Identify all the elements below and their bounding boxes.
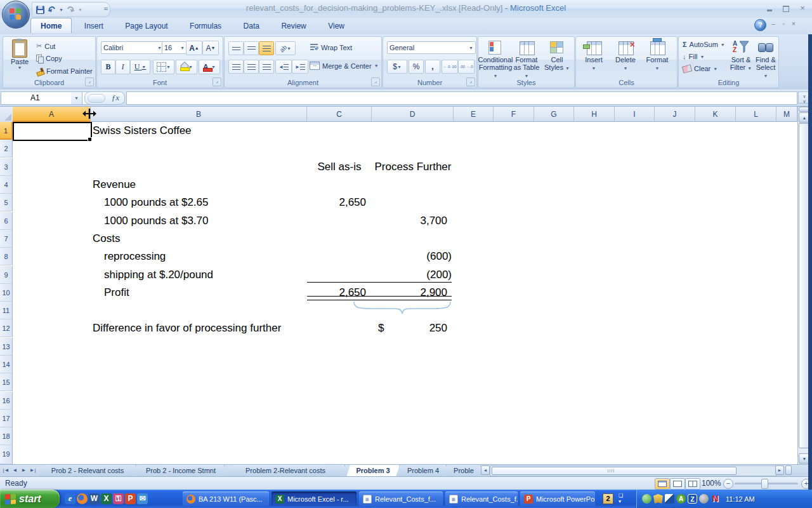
select-all-corner[interactable] [0, 107, 13, 123]
col-header-K[interactable]: K [695, 107, 736, 122]
row-header-18[interactable]: 18 [0, 427, 13, 445]
minimize-button[interactable] [763, 4, 776, 13]
col-header-G[interactable]: G [534, 107, 574, 122]
fill-button[interactable]: ↓ Fill▼ [683, 53, 705, 60]
tray-z-icon[interactable]: Z [688, 494, 697, 504]
row-header-16[interactable]: 16 [0, 392, 13, 410]
tray-shield-icon[interactable] [653, 494, 663, 504]
increase-indent-button[interactable]: ► [292, 60, 308, 74]
tab-split-handle[interactable] [785, 465, 792, 475]
save-icon[interactable] [36, 6, 44, 14]
prev-sheet-icon[interactable]: ◄ [11, 466, 19, 475]
sheet-tab-problem4[interactable]: Problem 4 [400, 465, 447, 477]
col-header-J[interactable]: J [655, 107, 695, 122]
quicklaunch-firefox-icon[interactable] [77, 493, 88, 504]
taskbar-window-powerpoint[interactable]: P Microsoft PowerPo... [520, 491, 595, 506]
cell-B9[interactable]: shipping at $.20/pound [104, 266, 213, 284]
col-header-A[interactable]: A [13, 107, 91, 122]
align-center-button[interactable] [244, 60, 259, 74]
row-header-9[interactable]: 9 [0, 266, 13, 284]
taskbar-window-firefox[interactable]: BA 213 W11 (Pasc... [183, 491, 269, 506]
next-sheet-icon[interactable]: ► [20, 466, 28, 475]
cell-B4[interactable]: Revenue [93, 176, 136, 194]
sheet-tab-prob2-income-stmnt[interactable]: Prob 2 - Income Stmnt [137, 465, 225, 477]
page-break-view-button[interactable] [685, 478, 700, 490]
page-layout-view-button[interactable] [670, 478, 685, 490]
row-header-5[interactable]: 5 [0, 194, 13, 211]
taskbar-window-doc1[interactable]: ≡ Relevant_Costs_f... [359, 491, 443, 506]
start-button[interactable]: start [0, 490, 60, 508]
horizontal-scroll-thumb[interactable] [492, 467, 737, 475]
tray-gray-icon[interactable] [699, 494, 709, 504]
tab-data[interactable]: Data [234, 18, 269, 33]
taskbar-window-excel[interactable]: X Microsoft Excel - r... [272, 491, 357, 506]
row-header-3[interactable]: 3 [0, 158, 13, 176]
row-header-13[interactable]: 13 [0, 338, 13, 356]
increase-decimal-button[interactable]: ←.0 .00 [442, 60, 458, 74]
decrease-decimal-button[interactable]: .00 →.0 [458, 60, 475, 74]
row-header-12[interactable]: 12 [0, 319, 13, 337]
sheet-tab-problem5[interactable]: Proble [447, 465, 481, 477]
doc-close-button[interactable]: × [789, 20, 798, 29]
wrap-text-button[interactable]: Wrap Text [310, 43, 352, 52]
col-header-E[interactable]: E [454, 107, 494, 122]
cell-B7[interactable]: Costs [93, 230, 120, 248]
quicklaunch-word-icon[interactable]: W [89, 493, 100, 504]
tray-a-icon[interactable]: A [676, 494, 686, 504]
horizontal-scrollbar[interactable] [490, 465, 776, 476]
fill-handle[interactable] [88, 137, 92, 142]
col-header-L[interactable]: L [736, 107, 776, 122]
row-header-10[interactable]: 10 [0, 284, 13, 302]
tab-review[interactable]: Review [272, 18, 315, 33]
cell-B1[interactable]: Swiss Sisters Coffee [93, 122, 192, 140]
row-header-14[interactable]: 14 [0, 356, 13, 373]
doc-restore-button[interactable]: ▫ [779, 20, 788, 29]
office-button[interactable] [2, 1, 30, 29]
font-size-combo[interactable]: 16▼ [162, 41, 187, 54]
tab-home[interactable]: Home [30, 18, 72, 33]
col-header-D[interactable]: D [372, 107, 454, 122]
align-left-button[interactable] [228, 60, 244, 74]
row-header-17[interactable]: 17 [0, 410, 13, 427]
bold-button[interactable]: B [101, 60, 115, 74]
col-header-B[interactable]: B [91, 107, 307, 122]
cell-C5[interactable]: 2,650 [303, 194, 366, 211]
cell-D8[interactable]: (600) [372, 248, 452, 265]
cell-D6[interactable]: 3,700 [372, 212, 447, 230]
formula-input[interactable] [126, 91, 797, 105]
row-header-19[interactable]: 19 [0, 445, 13, 464]
row-header-11[interactable]: 11 [0, 302, 13, 319]
language-badge-icon[interactable]: 2 [603, 493, 613, 504]
cut-button[interactable]: ✂ Cut [36, 42, 55, 50]
insert-function-button[interactable]: ƒx [84, 91, 125, 105]
cell-B8[interactable]: reprocessing [104, 248, 166, 265]
clipboard-dialog-launcher[interactable]: ⌟ [85, 77, 94, 86]
cell-B6[interactable]: 1000 pounds at $3.70 [104, 212, 208, 230]
copy-button[interactable]: Copy [36, 55, 62, 62]
percent-style-button[interactable]: % [409, 60, 424, 74]
quicklaunch-keys-icon[interactable]: ⚿ [113, 493, 124, 504]
row-header-7[interactable]: 7 [0, 230, 13, 248]
shrink-font-button[interactable]: A▼ [202, 41, 219, 55]
underline-button[interactable]: U ▼ [130, 60, 150, 74]
row-header-1[interactable]: 1 [0, 122, 13, 140]
cell-B12[interactable]: Difference in favor of processing furthe… [93, 319, 281, 337]
tray-key-icon[interactable] [665, 494, 674, 504]
align-right-button[interactable] [259, 60, 274, 74]
top-align-button[interactable] [228, 41, 244, 55]
col-header-H[interactable]: H [574, 107, 615, 122]
qat-customize-icon[interactable]: ≂ [103, 5, 108, 12]
tray-n-icon[interactable]: N [710, 494, 720, 504]
restore-button[interactable] [779, 4, 793, 13]
undo-icon[interactable] [47, 4, 56, 15]
format-cells-button[interactable]: Format▼ [643, 39, 671, 71]
cell-D3[interactable]: Process Further [368, 158, 458, 176]
row-header-4[interactable]: 4 [0, 176, 13, 194]
quicklaunch-internet-explorer-icon[interactable]: e [65, 493, 75, 504]
cell-D9[interactable]: (200) [372, 266, 452, 284]
zoom-level[interactable]: 100% [702, 479, 721, 488]
doc-minimize-button[interactable]: – [769, 20, 778, 29]
delete-cells-button[interactable]: × Delete▼ [612, 39, 639, 71]
tab-page-layout[interactable]: Page Layout [115, 18, 177, 33]
hidden-icons-chevron-icon[interactable]: ❏▾ [619, 493, 623, 504]
